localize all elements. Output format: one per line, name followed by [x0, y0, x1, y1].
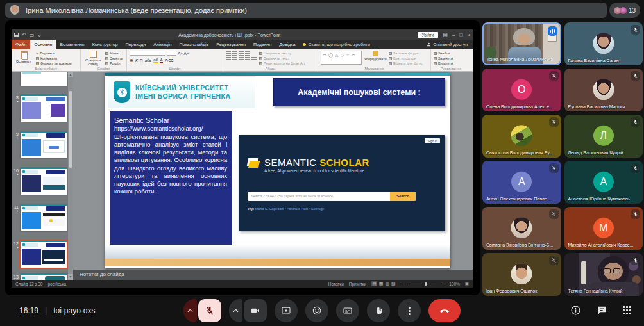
language-indicator[interactable]: російська — [47, 282, 66, 286]
quick-access-toolbar[interactable]: ↶ ▭ ⌄ — [14, 32, 42, 38]
justify-icon[interactable] — [245, 57, 250, 61]
tab-animations[interactable]: Анімація — [149, 40, 175, 49]
slide-thumbnail-11[interactable]: 11 — [12, 204, 67, 231]
italic-button[interactable]: К — [135, 58, 138, 63]
zoom-slider[interactable] — [408, 284, 436, 284]
reset-button[interactable]: Скинути — [105, 56, 123, 60]
font-size-select[interactable]: ⌄ — [167, 51, 176, 56]
zoom-in-icon[interactable]: + — [441, 282, 444, 286]
close-icon[interactable]: × — [467, 32, 470, 38]
mic-muted-button[interactable] — [198, 299, 221, 322]
slide-thumbnail-13-partial[interactable]: 13 — [12, 274, 67, 280]
slide-thumbnail-8[interactable]: 8 — [12, 95, 67, 122]
preview-icon[interactable]: ▭ — [30, 32, 35, 38]
align-left-icon[interactable] — [226, 57, 231, 61]
participant-tile[interactable]: М Михайло Анатолійович Краве... — [564, 207, 643, 250]
font-name-select[interactable]: ⌄ — [130, 51, 165, 56]
slideshow-icon[interactable]: ▧ — [391, 281, 396, 286]
format-painter-button[interactable]: Формат за зразком — [36, 61, 72, 65]
replace-button[interactable]: Замінити — [434, 56, 453, 60]
shape-outline-button[interactable]: Контур фігури — [389, 56, 422, 60]
clear-format-button[interactable]: A⌫ — [165, 58, 174, 63]
participant-tile[interactable]: Л Леонід Васильович Чупрій — [564, 115, 643, 158]
participant-count-pill[interactable]: 13 — [609, 3, 640, 18]
scroll-down-icon[interactable]: ▼ — [68, 274, 73, 280]
tab-design[interactable]: Конструктор — [89, 40, 122, 49]
participant-tile[interactable]: Святослав Володимирович Ру... — [482, 115, 561, 158]
zoom-out-icon[interactable]: − — [401, 282, 403, 286]
layout-button[interactable]: Макет — [105, 51, 123, 55]
notes-pane[interactable]: Нотатки до слайда — [73, 270, 473, 280]
fit-slide-icon[interactable]: ▣ — [465, 281, 469, 286]
reactions-button[interactable] — [305, 299, 328, 322]
tab-transitions[interactable]: Переходи — [122, 40, 150, 49]
raise-hand-button[interactable] — [367, 299, 390, 322]
bold-button[interactable]: Ж — [130, 58, 133, 63]
thumbnail-scrollbar[interactable]: ▲ ▼ — [68, 72, 73, 280]
copy-button[interactable]: Копіювати — [36, 56, 72, 60]
tab-slideshow[interactable]: Показ слайдів — [175, 40, 212, 49]
tab-insert[interactable]: Вставлення — [56, 40, 88, 49]
undo-icon[interactable]: ↶ — [22, 32, 26, 38]
tell-me-box[interactable]: Скажіть, що потрібно зробити — [299, 40, 374, 49]
slide-thumbnail-12-selected[interactable]: 12 — [12, 241, 67, 268]
mic-options-chevron[interactable] — [183, 299, 197, 322]
tab-home[interactable]: Основне — [30, 40, 56, 49]
paste-button[interactable]: Вставити — [14, 51, 33, 66]
shape-effects-button[interactable]: Ефекти для фігур — [389, 61, 422, 65]
end-call-button[interactable] — [428, 299, 461, 322]
save-icon[interactable] — [14, 33, 19, 37]
participant-tile[interactable]: А Анастасія Юріївна Чумаковсь... — [564, 161, 643, 204]
comments-toggle[interactable]: Примітки — [349, 282, 366, 286]
participant-tile[interactable]: Світлана Зіновіївна Вінтонів-Б... — [482, 207, 561, 250]
scroll-up-icon[interactable]: ▲ — [68, 72, 73, 77]
slide-thumbnail-7-partial[interactable]: 7 — [12, 72, 67, 86]
camera-button[interactable] — [244, 299, 267, 322]
more-options-button[interactable] — [398, 299, 421, 322]
participant-tile[interactable]: Іван Федорович Ощипок — [482, 253, 561, 296]
participant-tile[interactable]: О Олена Володимирівна Алексе... — [482, 69, 561, 111]
chat-icon[interactable] — [597, 305, 607, 316]
minimize-icon[interactable]: – — [452, 32, 455, 38]
tab-review[interactable]: Рецензування — [212, 40, 250, 49]
smartart-button[interactable]: Перетворити на SmartArt — [259, 61, 305, 65]
strikethrough-button[interactable]: абв — [144, 58, 151, 63]
numbering-icon[interactable] — [232, 51, 237, 56]
arrange-button[interactable]: Упорядкувати — [364, 51, 386, 66]
activities-grid-icon[interactable] — [623, 306, 631, 314]
tab-help[interactable]: Довідка — [275, 40, 299, 49]
slide-thumbnail-9[interactable]: 9 — [12, 131, 67, 158]
present-screen-button[interactable] — [275, 299, 298, 322]
columns-icon[interactable] — [251, 57, 257, 61]
slide-sorter-icon[interactable]: ▦ — [379, 281, 384, 286]
participant-tile-video[interactable]: Ірина Миколаївна Ломачинська — [482, 22, 561, 65]
reading-view-icon[interactable]: ▥ — [385, 281, 389, 286]
customize-qat-icon[interactable]: ⌄ — [37, 32, 42, 38]
participant-tile[interactable]: Галина Василівна Саган — [564, 22, 643, 65]
participant-tile-video[interactable]: Тетяна Геннадіївна Купрій — [564, 253, 643, 296]
notes-toggle[interactable]: Нотатки — [328, 282, 344, 286]
tab-file[interactable]: Файл — [12, 40, 30, 49]
slide-thumbnail-10[interactable]: 10 — [12, 168, 67, 195]
indent-icon[interactable] — [239, 51, 244, 56]
select-button[interactable]: Виділити — [434, 61, 453, 65]
align-center-icon[interactable] — [232, 57, 237, 61]
sign-in-button[interactable]: Увійти — [418, 32, 439, 38]
highlight-color-button[interactable]: аб — [153, 58, 158, 63]
scrollbar-thumb[interactable] — [69, 91, 72, 168]
shape-fill-button[interactable]: Заливка фігури — [389, 51, 422, 55]
find-button[interactable]: Знайти — [434, 51, 453, 55]
camera-options-chevron[interactable] — [229, 299, 242, 322]
tab-view[interactable]: Подання — [250, 40, 275, 49]
align-right-icon[interactable] — [239, 57, 244, 61]
align-text-button[interactable]: Вирівняти текст — [259, 56, 305, 60]
normal-view-icon[interactable]: ▤ — [371, 281, 377, 286]
restore-icon[interactable]: □ — [459, 32, 462, 38]
participant-tile[interactable]: Руслана Василівна Мартич — [564, 69, 643, 111]
participant-tile[interactable]: А Антон Олександрович Павле... — [482, 161, 561, 204]
captions-button[interactable] — [336, 299, 359, 322]
info-icon[interactable] — [570, 305, 581, 316]
grow-shrink-font-icons[interactable]: A˄ A˅ — [178, 51, 189, 56]
font-color-button[interactable]: А — [160, 58, 163, 63]
share-access-button[interactable]: Спільний доступ — [421, 40, 473, 49]
